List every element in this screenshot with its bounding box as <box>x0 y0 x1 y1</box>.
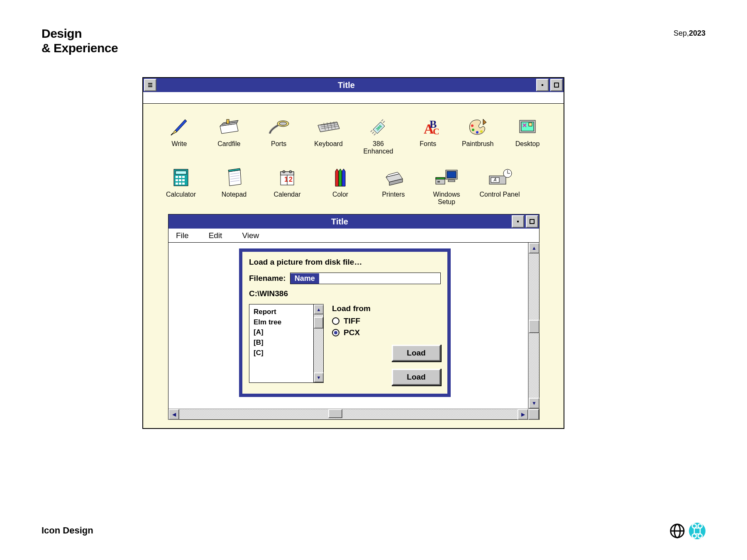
list-item[interactable]: [B] <box>254 338 309 348</box>
radio-pcx[interactable]: PCX <box>332 328 441 337</box>
app-icon-color[interactable]: Color <box>317 167 363 206</box>
list-item[interactable]: Report <box>254 307 309 317</box>
load-picture-dialog: Load a picture from disk file… Filename:… <box>239 248 451 397</box>
svg-rect-41 <box>179 179 181 181</box>
svg-rect-37 <box>176 176 178 178</box>
app-label: Ports <box>258 140 300 148</box>
app-icon-desktop[interactable]: Desktop <box>506 116 549 155</box>
svg-point-30 <box>476 131 478 134</box>
svg-point-53 <box>289 170 292 173</box>
vertical-scrollbar[interactable]: ▲ ▼ <box>528 243 539 409</box>
inner-maximize-button[interactable] <box>526 215 538 228</box>
page-title: Design & Experience <box>42 27 118 55</box>
system-menu-icon[interactable] <box>144 79 156 91</box>
crayons-icon <box>317 167 363 188</box>
svg-rect-59 <box>448 180 455 182</box>
scroll-left-icon[interactable]: ◀ <box>168 409 179 420</box>
app-label: Notepad <box>211 191 257 198</box>
svg-rect-4 <box>148 83 152 84</box>
titlebar[interactable]: Title <box>143 78 564 92</box>
svg-rect-69 <box>517 221 519 222</box>
scroll-right-icon[interactable]: ▶ <box>518 409 528 420</box>
minimize-button[interactable] <box>536 79 549 91</box>
app-icon-write[interactable]: Write <box>158 116 200 155</box>
svg-point-52 <box>283 170 285 173</box>
menu-edit[interactable]: Edit <box>209 231 222 240</box>
scroll-up-icon[interactable]: ▲ <box>314 304 324 314</box>
menu-view[interactable]: View <box>242 231 259 240</box>
app-label: Fonts <box>407 140 449 148</box>
list-item[interactable]: [A] <box>254 327 309 338</box>
page-title-line-1: Design <box>42 27 118 41</box>
scroll-up-icon[interactable]: ▲ <box>529 243 540 253</box>
filename-label: Filename: <box>249 274 286 283</box>
horizontal-scrollbar[interactable]: ◀ ▶ <box>168 409 539 419</box>
svg-rect-9 <box>227 119 229 124</box>
app-icon-paintbrush[interactable]: Paintbrush <box>456 116 499 155</box>
svg-point-29 <box>472 129 474 131</box>
app-label: Color <box>317 191 363 198</box>
page-footer: Icon Design <box>42 525 93 536</box>
app-icon-calculator[interactable]: Calculator <box>158 167 204 206</box>
app-icon-calendar[interactable]: 12Calendar <box>264 167 310 206</box>
svg-rect-36 <box>176 171 186 174</box>
svg-point-28 <box>471 124 474 127</box>
window-title: Title <box>157 78 535 92</box>
page-date-year: 2023 <box>689 29 706 37</box>
page-date: Sep,2023 <box>674 29 706 38</box>
app-icon-fonts[interactable]: ABCFonts <box>407 116 449 155</box>
load-button-2[interactable]: Load <box>392 369 441 385</box>
app-label: Write <box>158 140 200 148</box>
app-icon-ports[interactable]: Ports <box>258 116 300 155</box>
app-icon-386-enhanced[interactable]: 386386 Enhanced <box>357 116 400 155</box>
svg-point-3 <box>689 523 706 539</box>
scroll-thumb[interactable] <box>314 317 323 329</box>
svg-rect-42 <box>182 179 185 181</box>
scroll-thumb[interactable] <box>328 409 342 418</box>
app-icon-notepad[interactable]: Notepad <box>211 167 257 206</box>
app-icon-windows-setup[interactable]: Windows Setup <box>424 167 469 206</box>
scroll-down-icon[interactable]: ▼ <box>314 373 324 382</box>
command-icon <box>689 523 706 539</box>
load-from-label: Load from <box>332 304 441 313</box>
inner-titlebar[interactable]: Title <box>168 214 539 229</box>
calendar-icon: 12 <box>264 167 310 188</box>
keyboard-icon <box>308 116 350 138</box>
fonts-icon: ABC <box>407 116 449 138</box>
control-panel-icon: A <box>477 167 522 188</box>
filename-value: Name <box>290 273 319 284</box>
menubar <box>143 92 564 104</box>
radio-tiff[interactable]: TIFF <box>332 317 441 326</box>
radio-icon <box>332 317 339 325</box>
icon-row-1: Write Cardfile Ports Keyboard 386386 Enh… <box>158 116 549 155</box>
menu-file[interactable]: File <box>176 231 189 240</box>
list-item[interactable]: [C] <box>254 348 309 358</box>
load-button[interactable]: Load <box>392 345 441 361</box>
file-listbox[interactable]: Report Elm tree [A] [B] [C] ▲ <box>249 304 324 383</box>
app-icon-control-panel[interactable]: AControl Panel <box>477 167 522 206</box>
app-icon-cardfile[interactable]: Cardfile <box>208 116 250 155</box>
app-label: Control Panel <box>477 191 522 198</box>
current-path: C:\WIN386 <box>249 289 441 298</box>
app-icon-keyboard[interactable]: Keyboard <box>308 116 350 155</box>
svg-text:1: 1 <box>284 176 288 183</box>
page-title-line-2: & Experience <box>42 41 118 56</box>
cardfile-icon <box>208 116 250 138</box>
app-label: Paintbrush <box>456 140 499 148</box>
listbox-scrollbar[interactable]: ▲ ▼ <box>313 304 323 382</box>
svg-rect-5 <box>148 85 152 85</box>
svg-line-24 <box>383 121 385 123</box>
svg-text:2: 2 <box>289 176 293 183</box>
dialog-heading: Load a picture from disk file… <box>249 258 441 267</box>
scroll-down-icon[interactable]: ▼ <box>529 398 540 409</box>
inner-minimize-button[interactable] <box>512 215 524 228</box>
maximize-button[interactable] <box>550 79 563 91</box>
scroll-corner <box>528 409 539 420</box>
app-icon-printers[interactable]: Printers <box>371 167 416 206</box>
setup-icon <box>424 167 469 188</box>
list-item[interactable]: Elm tree <box>254 317 309 328</box>
scroll-thumb[interactable] <box>529 320 540 333</box>
svg-line-20 <box>371 130 372 132</box>
radio-label: TIFF <box>344 317 360 326</box>
filename-field[interactable]: Name <box>290 273 441 284</box>
